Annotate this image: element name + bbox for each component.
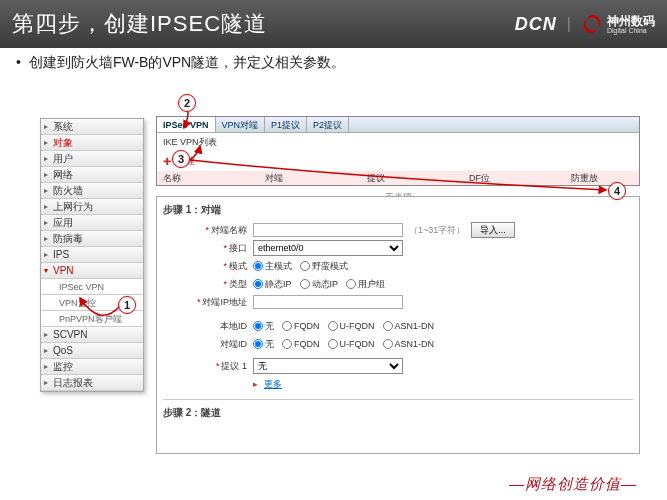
mode-option-1[interactable]: 野蛮模式	[300, 260, 348, 273]
brand-separator: |	[567, 15, 571, 33]
step2-title: 步骤 2：隧道	[163, 406, 633, 420]
row-peer-name: *对端名称 （1~31字符） 导入...	[163, 221, 633, 239]
sidebar-item-5[interactable]: 上网行为	[41, 199, 143, 215]
mode-radios: 主模式野蛮模式	[253, 260, 348, 273]
sidebar-item-14[interactable]: QoS	[41, 343, 143, 359]
type-radios: 静态IP动态IP用户组	[253, 278, 385, 291]
sidebar-item-15[interactable]: 监控	[41, 359, 143, 375]
sidebar-item-13[interactable]: SCVPN	[41, 327, 143, 343]
callout-4: 4	[608, 182, 626, 200]
nav-sidebar: 系统对象用户网络防火墙上网行为应用防病毒IPSVPNIPSec VPNVPN监控…	[40, 118, 144, 392]
slide-footer: —网络创造价值—	[509, 475, 637, 494]
tab-0[interactable]: IPSec VPN	[157, 117, 216, 132]
row-more: ▸ 更多	[163, 375, 633, 393]
row-peer-id: 对端ID 无FQDNU-FQDNASN1-DN	[163, 335, 633, 353]
col-replay: 防重放	[571, 172, 633, 185]
peer-id-option-3[interactable]: ASN1-DN	[383, 339, 435, 349]
row-local-id: 本地ID 无FQDNU-FQDNASN1-DN	[163, 317, 633, 335]
peer-ip-input[interactable]	[253, 295, 403, 309]
local-id-option-2[interactable]: U-FQDN	[328, 321, 375, 331]
brand-digitalchina: 神州数码 Digital China	[581, 13, 655, 35]
row-type: *类型 静态IP动态IP用户组	[163, 275, 633, 293]
row-interface: *接口 ethernet0/0	[163, 239, 633, 257]
type-option-0[interactable]: 静态IP	[253, 278, 292, 291]
ipsec-list-panel: IPSec VPNVPN对端P1提议P2提议 IKE VPN列表 ✚ 新建 名称…	[156, 116, 640, 186]
sidebar-item-1[interactable]: 对象	[41, 135, 143, 151]
more-link[interactable]: 更多	[264, 378, 282, 391]
sidebar-item-10[interactable]: IPSec VPN	[41, 279, 143, 295]
bullet-icon: •	[16, 54, 21, 70]
ike-toolbar: ✚ 新建	[157, 152, 639, 171]
row-peer-ip: *对端IP地址	[163, 293, 633, 311]
callout-3: 3	[172, 150, 190, 168]
peer-id-option-0[interactable]: 无	[253, 338, 274, 351]
ike-list-title-row: IKE VPN列表	[157, 133, 639, 152]
sidebar-item-2[interactable]: 用户	[41, 151, 143, 167]
slide-title: 第四步，创建IPSEC隧道	[12, 9, 267, 39]
table-header: 名称 对端 提议 DF位 防重放	[157, 171, 639, 185]
slide-subtitle: •创建到防火墙FW-B的VPN隧道，并定义相关参数。	[0, 48, 667, 74]
local-id-option-1[interactable]: FQDN	[282, 321, 320, 331]
callout-1: 1	[118, 296, 136, 314]
peer-id-option-1[interactable]: FQDN	[282, 339, 320, 349]
brand-swirl-icon	[581, 13, 603, 35]
col-peer: 对端	[265, 172, 327, 185]
sidebar-item-3[interactable]: 网络	[41, 167, 143, 183]
type-option-2[interactable]: 用户组	[346, 278, 385, 291]
ike-list-title: IKE VPN列表	[163, 136, 217, 149]
tab-2[interactable]: P1提议	[265, 117, 307, 132]
step1-title: 步骤 1：对端	[163, 203, 633, 217]
wizard-panel: 步骤 1：对端 *对端名称 （1~31字符） 导入... *接口 etherne…	[156, 196, 640, 454]
row-proposal: *提议 1 无	[163, 357, 633, 375]
local-id-option-0[interactable]: 无	[253, 320, 274, 333]
row-mode: *模式 主模式野蛮模式	[163, 257, 633, 275]
peer-id-option-2[interactable]: U-FQDN	[328, 339, 375, 349]
callout-2: 2	[178, 94, 196, 112]
sidebar-item-7[interactable]: 防病毒	[41, 231, 143, 247]
col-proposal: 提议	[367, 172, 429, 185]
ui-screenshot: 系统对象用户网络防火墙上网行为应用防病毒IPSVPNIPSec VPNVPN监控…	[40, 98, 640, 454]
type-option-1[interactable]: 动态IP	[300, 278, 339, 291]
sidebar-item-4[interactable]: 防火墙	[41, 183, 143, 199]
brand-block: DCN | 神州数码 Digital China	[515, 13, 655, 35]
local-id-radios: 无FQDNU-FQDNASN1-DN	[253, 320, 434, 333]
mode-option-0[interactable]: 主模式	[253, 260, 292, 273]
local-id-option-3[interactable]: ASN1-DN	[383, 321, 435, 331]
peer-name-input[interactable]	[253, 223, 403, 237]
tab-bar: IPSec VPNVPN对端P1提议P2提议	[157, 117, 639, 133]
tab-3[interactable]: P2提议	[307, 117, 349, 132]
brand-dcn-logo: DCN	[515, 14, 557, 35]
peer-name-hint: （1~31字符）	[409, 224, 465, 237]
col-df: DF位	[469, 172, 531, 185]
expand-icon: ▸	[253, 379, 258, 389]
sidebar-item-16[interactable]: 日志报表	[41, 375, 143, 391]
tab-1[interactable]: VPN对端	[216, 117, 266, 132]
sidebar-item-0[interactable]: 系统	[41, 119, 143, 135]
sidebar-item-6[interactable]: 应用	[41, 215, 143, 231]
col-name: 名称	[163, 172, 225, 185]
peer-id-radios: 无FQDNU-FQDNASN1-DN	[253, 338, 434, 351]
sidebar-item-8[interactable]: IPS	[41, 247, 143, 263]
plus-icon: ✚	[163, 156, 171, 167]
sidebar-item-9[interactable]: VPN	[41, 263, 143, 279]
slide-header: 第四步，创建IPSEC隧道 DCN | 神州数码 Digital China	[0, 0, 667, 48]
proposal-select[interactable]: 无	[253, 358, 403, 374]
import-button[interactable]: 导入...	[471, 222, 515, 238]
interface-select[interactable]: ethernet0/0	[253, 240, 403, 256]
